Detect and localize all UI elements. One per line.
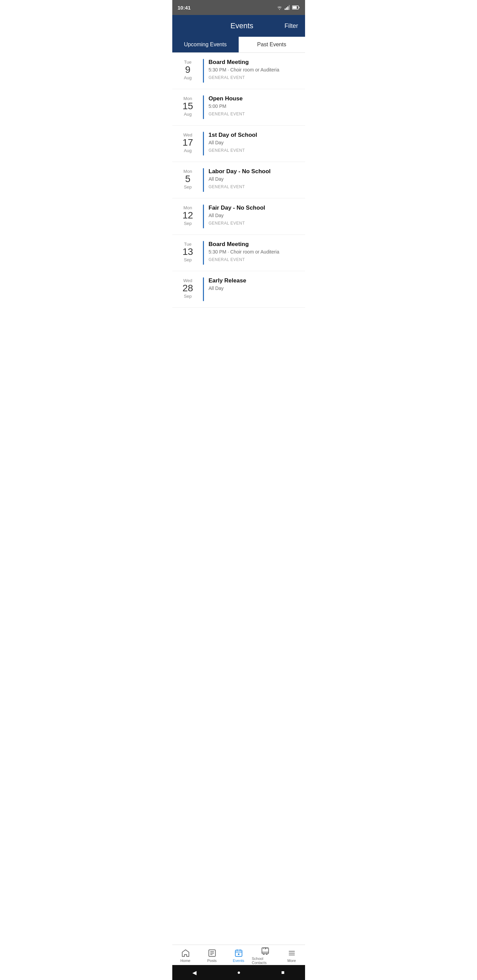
event-day-name: Wed: [183, 278, 192, 283]
event-tag: GENERAL EVENT: [209, 111, 300, 116]
svg-rect-2: [287, 6, 289, 10]
signal-icon: [285, 5, 290, 10]
event-date: Tue 13 Sep: [178, 241, 198, 262]
event-item[interactable]: Tue 13 Sep Board Meeting 5:30 PM · Choir…: [172, 235, 305, 271]
event-list: Tue 9 Aug Board Meeting 5:30 PM · Choir …: [172, 53, 305, 344]
event-divider: [203, 241, 204, 265]
svg-rect-5: [292, 6, 297, 9]
event-divider: [203, 95, 204, 119]
event-time: 5:00 PM: [209, 103, 300, 109]
event-item[interactable]: Mon 15 Aug Open House 5:00 PM GENERAL EV…: [172, 89, 305, 126]
svg-rect-1: [286, 8, 287, 10]
event-time: All Day: [209, 176, 300, 182]
event-divider: [203, 132, 204, 156]
event-day-name: Mon: [183, 205, 192, 210]
event-month: Aug: [184, 111, 192, 117]
event-details: Early Release All Day: [209, 277, 300, 294]
event-day-name: Tue: [184, 60, 192, 65]
event-tag: GENERAL EVENT: [209, 185, 300, 189]
event-details: 1st Day of School All Day GENERAL EVENT: [209, 132, 300, 153]
event-day-num: 15: [182, 101, 193, 111]
event-date: Mon 5 Sep: [178, 168, 198, 189]
event-month: Sep: [184, 294, 192, 299]
event-title: Board Meeting: [209, 59, 300, 66]
event-item[interactable]: Tue 9 Aug Board Meeting 5:30 PM · Choir …: [172, 53, 305, 89]
event-time: All Day: [209, 140, 300, 145]
event-date: Mon 15 Aug: [178, 95, 198, 117]
event-title: Labor Day - No School: [209, 168, 300, 175]
event-month: Sep: [184, 221, 192, 226]
status-icons: [276, 5, 300, 10]
status-time: 10:41: [178, 5, 191, 11]
event-day-num: 28: [182, 283, 193, 294]
svg-rect-0: [285, 8, 286, 10]
event-time: 5:30 PM · Choir room or Auditeria: [209, 249, 300, 255]
event-month: Aug: [184, 148, 192, 153]
event-title: Open House: [209, 95, 300, 102]
event-title: Fair Day - No School: [209, 205, 300, 211]
event-day-num: 12: [182, 210, 193, 221]
event-divider: [203, 277, 204, 301]
event-day-num: 9: [185, 65, 191, 75]
event-tag: GENERAL EVENT: [209, 257, 300, 262]
event-time: 5:30 PM · Choir room or Auditeria: [209, 67, 300, 73]
app-header: Events Filter: [172, 15, 305, 37]
event-time: All Day: [209, 213, 300, 218]
tab-upcoming[interactable]: Upcoming Events: [172, 37, 239, 52]
event-divider: [203, 59, 204, 83]
event-tabs: Upcoming Events Past Events: [172, 37, 305, 53]
event-month: Aug: [184, 75, 192, 80]
event-tag: GENERAL EVENT: [209, 75, 300, 80]
event-time: All Day: [209, 285, 300, 291]
event-details: Labor Day - No School All Day GENERAL EV…: [209, 168, 300, 189]
event-day-num: 5: [185, 174, 191, 185]
event-item[interactable]: Mon 12 Sep Fair Day - No School All Day …: [172, 198, 305, 235]
event-day-name: Mon: [183, 96, 192, 101]
event-item[interactable]: Wed 17 Aug 1st Day of School All Day GEN…: [172, 126, 305, 162]
svg-rect-3: [289, 5, 290, 10]
status-bar: 10:41: [172, 0, 305, 15]
event-divider: [203, 168, 204, 192]
event-title: Board Meeting: [209, 241, 300, 248]
event-date: Tue 9 Aug: [178, 59, 198, 80]
event-details: Open House 5:00 PM GENERAL EVENT: [209, 95, 300, 116]
event-day-name: Wed: [183, 132, 192, 137]
svg-rect-6: [298, 7, 299, 8]
header-title: Events: [199, 21, 285, 30]
event-item[interactable]: Mon 5 Sep Labor Day - No School All Day …: [172, 162, 305, 198]
event-title: 1st Day of School: [209, 132, 300, 138]
event-details: Fair Day - No School All Day GENERAL EVE…: [209, 205, 300, 226]
event-details: Board Meeting 5:30 PM · Choir room or Au…: [209, 59, 300, 80]
event-day-name: Tue: [184, 242, 192, 247]
event-tag: GENERAL EVENT: [209, 221, 300, 226]
event-divider: [203, 205, 204, 228]
event-day-num: 13: [182, 247, 193, 257]
event-date: Wed 28 Sep: [178, 277, 198, 299]
event-title: Early Release: [209, 277, 300, 284]
event-month: Sep: [184, 257, 192, 262]
event-tag: GENERAL EVENT: [209, 148, 300, 153]
wifi-icon: [276, 5, 282, 10]
event-date: Wed 17 Aug: [178, 132, 198, 153]
event-day-name: Mon: [183, 169, 192, 174]
event-day-num: 17: [182, 137, 193, 148]
filter-button[interactable]: Filter: [285, 22, 298, 30]
event-item[interactable]: Wed 28 Sep Early Release All Day: [172, 271, 305, 308]
event-details: Board Meeting 5:30 PM · Choir room or Au…: [209, 241, 300, 262]
battery-icon: [292, 5, 300, 10]
tab-past[interactable]: Past Events: [239, 37, 305, 52]
event-month: Sep: [184, 185, 192, 189]
event-date: Mon 12 Sep: [178, 205, 198, 226]
